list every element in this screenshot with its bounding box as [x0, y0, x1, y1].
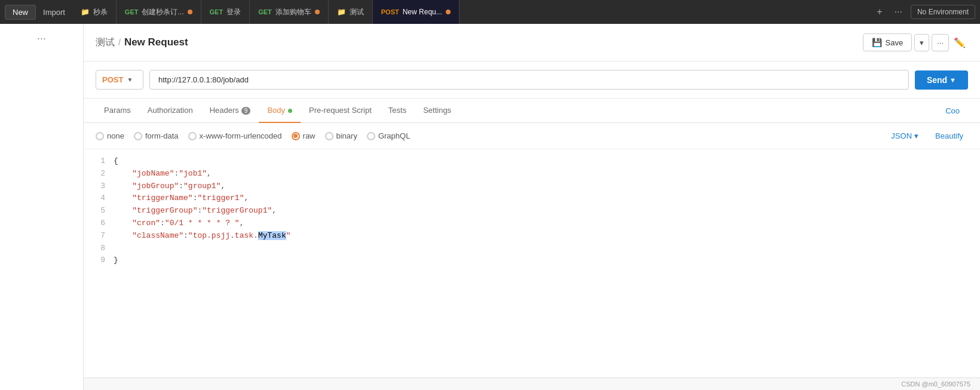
sidebar: ···	[0, 24, 84, 390]
radio-none	[96, 132, 104, 140]
code-editor: 1 2 3 4 5 6 7 8 9 { "jobName":"job1", "j…	[84, 149, 980, 273]
beautify-button[interactable]: Beautify	[930, 129, 968, 143]
topbar-actions: + ··· No Environment	[873, 4, 975, 20]
unsaved-dot	[446, 10, 451, 14]
tab-method: GET	[125, 8, 139, 16]
tab-bar: 📁 秒杀 GET 创建秒杀订... GET 登录 GET 添加购物车 📁 测试 …	[72, 0, 868, 24]
body-type-bar: none form-data x-www-form-urlencoded raw…	[84, 123, 980, 149]
status-text: CSDN @m0_60907575	[901, 380, 970, 388]
tab-headers[interactable]: Headers9	[201, 99, 259, 123]
save-icon: 💾	[872, 38, 882, 47]
breadcrumb-current: New Request	[124, 36, 188, 48]
radio-binary	[325, 132, 333, 140]
tab-label: 添加购物车	[275, 7, 311, 17]
method-selector[interactable]: POST ▼	[96, 70, 143, 90]
send-arrow-icon: ▼	[950, 76, 956, 84]
new-button[interactable]: New	[5, 5, 36, 20]
edit-button[interactable]: ✏️	[951, 35, 968, 51]
body-type-raw[interactable]: raw	[292, 131, 316, 140]
code-line-4: "triggerName":"trigger1",	[114, 192, 980, 205]
breadcrumb-parent[interactable]: 测试	[96, 36, 115, 49]
code-line-9: }	[114, 254, 980, 267]
request-tabs: Params Authorization Headers9 Body Pre-r…	[84, 99, 980, 123]
radio-graphql	[367, 132, 375, 140]
json-label: JSON	[891, 131, 912, 140]
editor-area[interactable]: 1 2 3 4 5 6 7 8 9 { "jobName":"job1", "j…	[84, 149, 980, 377]
folder-icon: 📁	[337, 8, 346, 16]
code-line-5: "triggerGroup":"triggerGroup1",	[114, 205, 980, 217]
tab-test[interactable]: 📁 测试	[329, 0, 373, 24]
url-bar: POST ▼ Send ▼	[84, 62, 980, 99]
tab-label: 登录	[226, 7, 241, 17]
url-input[interactable]	[149, 70, 909, 90]
tab-label: 测试	[350, 7, 364, 17]
radio-raw	[292, 132, 300, 140]
tab-method: GET	[258, 8, 272, 16]
body-type-graphql[interactable]: GraphQL	[367, 131, 410, 140]
top-bar: New Import 📁 秒杀 GET 创建秒杀订... GET 登录 GET …	[0, 0, 980, 24]
body-active-dot	[288, 109, 292, 113]
body-type-form-data[interactable]: form-data	[134, 131, 179, 140]
code-line-2: "jobName":"job1",	[114, 168, 980, 180]
tab-cookies[interactable]: Coo	[937, 99, 968, 122]
tab-params[interactable]: Params	[96, 99, 139, 123]
radio-urlencoded	[188, 132, 197, 140]
code-line-3: "jobGroup":"group1",	[114, 180, 980, 193]
tab-add-cart[interactable]: GET 添加购物车	[250, 0, 329, 24]
line-numbers: 1 2 3 4 5 6 7 8 9	[84, 155, 114, 267]
body-type-urlencoded[interactable]: x-www-form-urlencoded	[188, 131, 282, 140]
tab-authorization[interactable]: Authorization	[139, 99, 201, 123]
method-arrow-icon: ▼	[127, 76, 133, 83]
breadcrumb-separator: /	[118, 38, 121, 47]
breadcrumb: 测试 / New Request	[96, 36, 859, 49]
add-tab-button[interactable]: +	[873, 4, 886, 20]
status-bar: CSDN @m0_60907575	[84, 377, 980, 390]
environment-selector[interactable]: No Environment	[911, 5, 975, 19]
tab-method: POST	[381, 8, 399, 16]
unsaved-dot	[315, 10, 320, 14]
send-button[interactable]: Send ▼	[915, 70, 968, 90]
content-header: 测试 / New Request 💾 Save ▾ ··· ✏️	[84, 24, 980, 62]
tab-new-req[interactable]: POST New Requ...	[373, 0, 460, 24]
content: 测试 / New Request 💾 Save ▾ ··· ✏️ POST ▼	[84, 24, 980, 390]
save-button[interactable]: 💾 Save	[863, 33, 912, 51]
header-more-button[interactable]: ···	[932, 34, 949, 51]
tab-pre-request[interactable]: Pre-request Script	[301, 99, 380, 123]
json-dropdown-arrow: ▾	[914, 131, 918, 140]
code-line-8	[114, 242, 980, 255]
unsaved-dot	[188, 10, 192, 14]
code-content[interactable]: { "jobName":"job1", "jobGroup":"group1",…	[114, 155, 980, 267]
tab-label: New Requ...	[403, 8, 442, 16]
code-line-1: {	[114, 155, 980, 168]
tab-tests[interactable]: Tests	[380, 99, 415, 123]
send-label: Send	[927, 75, 947, 85]
folder-icon: 📁	[81, 8, 90, 16]
tab-login[interactable]: GET 登录	[201, 0, 250, 24]
headers-count-badge: 9	[241, 107, 251, 115]
save-label: Save	[886, 38, 904, 47]
import-button[interactable]: Import	[36, 5, 72, 19]
sidebar-more-button[interactable]: ···	[35, 30, 48, 47]
method-label: POST	[102, 75, 123, 84]
body-type-none[interactable]: none	[96, 131, 124, 140]
save-dropdown-button[interactable]: ▾	[914, 34, 929, 51]
radio-form-data	[134, 132, 142, 140]
body-type-binary[interactable]: binary	[325, 131, 357, 140]
tab-label: 创建秒杀订...	[142, 7, 183, 17]
tab-settings[interactable]: Settings	[415, 99, 460, 123]
tab-label: 秒杀	[93, 7, 108, 17]
more-tabs-button[interactable]: ···	[891, 4, 906, 20]
header-actions: 💾 Save ▾ ··· ✏️	[863, 33, 968, 51]
code-line-6: "cron":"0/1 * * * * ? ",	[114, 217, 980, 230]
tab-miaosha[interactable]: 📁 秒杀	[72, 0, 117, 24]
main-area: ··· 测试 / New Request 💾 Save ▾ ··· ✏️	[0, 24, 980, 390]
tab-body[interactable]: Body	[259, 99, 301, 123]
json-dropdown[interactable]: JSON ▾	[891, 131, 918, 140]
code-line-7: "className":"top.psjj.task.MyTask"	[114, 230, 980, 242]
tab-method: GET	[210, 8, 223, 16]
tab-create[interactable]: GET 创建秒杀订...	[117, 0, 201, 24]
